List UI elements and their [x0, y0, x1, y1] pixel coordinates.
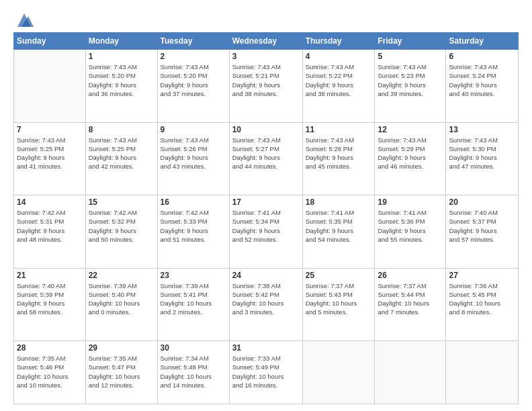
day-info: Sunrise: 7:35 AMSunset: 5:47 PMDaylight:…: [89, 354, 154, 390]
calendar-table: SundayMondayTuesdayWednesdayThursdayFrid…: [13, 32, 519, 404]
calendar-cell: 9Sunrise: 7:43 AMSunset: 5:26 PMDaylight…: [157, 122, 229, 195]
header-row: SundayMondayTuesdayWednesdayThursdayFrid…: [14, 33, 519, 50]
day-number: 20: [449, 197, 515, 207]
calendar-week-row: 28Sunrise: 7:35 AMSunset: 5:46 PMDayligh…: [14, 341, 519, 404]
day-info: Sunrise: 7:37 AMSunset: 5:43 PMDaylight:…: [306, 281, 372, 317]
calendar-header: SundayMondayTuesdayWednesdayThursdayFrid…: [14, 33, 519, 50]
calendar-cell: 11Sunrise: 7:43 AMSunset: 5:28 PMDayligh…: [302, 122, 375, 195]
day-of-week-header: Wednesday: [229, 33, 302, 50]
day-number: 18: [306, 197, 372, 207]
day-number: 31: [232, 343, 300, 353]
calendar-cell: 19Sunrise: 7:41 AMSunset: 5:36 PMDayligh…: [375, 195, 446, 269]
day-info: Sunrise: 7:38 AMSunset: 5:42 PMDaylight:…: [232, 281, 300, 317]
day-number: 24: [232, 271, 300, 280]
calendar-cell: 24Sunrise: 7:38 AMSunset: 5:42 PMDayligh…: [229, 268, 302, 341]
day-number: 12: [378, 125, 443, 134]
day-info: Sunrise: 7:43 AMSunset: 5:21 PMDaylight:…: [232, 62, 300, 98]
day-info: Sunrise: 7:33 AMSunset: 5:49 PMDaylight:…: [232, 354, 300, 390]
day-number: 4: [306, 52, 372, 61]
day-info: Sunrise: 7:34 AMSunset: 5:48 PMDaylight:…: [161, 354, 226, 390]
calendar-cell: 3Sunrise: 7:43 AMSunset: 5:21 PMDaylight…: [229, 50, 302, 123]
calendar-cell: [302, 341, 375, 404]
calendar-cell: 1Sunrise: 7:43 AMSunset: 5:20 PMDaylight…: [85, 50, 157, 123]
day-info: Sunrise: 7:43 AMSunset: 5:30 PMDaylight:…: [449, 136, 515, 171]
day-number: 9: [161, 125, 226, 134]
day-info: Sunrise: 7:41 AMSunset: 5:35 PMDaylight:…: [306, 208, 372, 244]
day-info: Sunrise: 7:40 AMSunset: 5:39 PMDaylight:…: [17, 281, 83, 317]
calendar-cell: 27Sunrise: 7:36 AMSunset: 5:45 PMDayligh…: [446, 268, 519, 341]
calendar-cell: 8Sunrise: 7:43 AMSunset: 5:25 PMDaylight…: [85, 122, 157, 195]
calendar-cell: 6Sunrise: 7:43 AMSunset: 5:24 PMDaylight…: [446, 50, 519, 123]
day-info: Sunrise: 7:43 AMSunset: 5:27 PMDaylight:…: [232, 136, 300, 171]
calendar-week-row: 7Sunrise: 7:43 AMSunset: 5:25 PMDaylight…: [14, 122, 519, 195]
day-info: Sunrise: 7:42 AMSunset: 5:33 PMDaylight:…: [161, 208, 226, 244]
day-number: 29: [89, 343, 154, 353]
day-info: Sunrise: 7:42 AMSunset: 5:32 PMDaylight:…: [89, 208, 154, 244]
day-info: Sunrise: 7:43 AMSunset: 5:22 PMDaylight:…: [306, 62, 372, 98]
calendar-cell: 15Sunrise: 7:42 AMSunset: 5:32 PMDayligh…: [85, 195, 157, 269]
day-number: 11: [306, 125, 372, 134]
calendar-week-row: 21Sunrise: 7:40 AMSunset: 5:39 PMDayligh…: [14, 268, 519, 341]
page: SundayMondayTuesdayWednesdayThursdayFrid…: [0, 0, 532, 411]
day-of-week-header: Monday: [85, 33, 157, 50]
calendar-cell: 28Sunrise: 7:35 AMSunset: 5:46 PMDayligh…: [14, 341, 86, 404]
day-number: 1: [89, 52, 154, 61]
calendar-cell: 13Sunrise: 7:43 AMSunset: 5:30 PMDayligh…: [446, 122, 519, 195]
calendar-cell: 4Sunrise: 7:43 AMSunset: 5:22 PMDaylight…: [302, 50, 375, 123]
day-info: Sunrise: 7:43 AMSunset: 5:23 PMDaylight:…: [378, 62, 443, 98]
day-info: Sunrise: 7:39 AMSunset: 5:40 PMDaylight:…: [89, 281, 154, 317]
day-number: 30: [161, 343, 226, 353]
calendar-cell: 2Sunrise: 7:43 AMSunset: 5:20 PMDaylight…: [157, 50, 229, 123]
day-number: 2: [161, 52, 226, 61]
day-number: 6: [449, 52, 515, 61]
day-number: 16: [161, 197, 226, 207]
day-number: 21: [17, 271, 83, 280]
calendar-week-row: 14Sunrise: 7:42 AMSunset: 5:31 PMDayligh…: [14, 195, 519, 269]
header: [13, 11, 519, 27]
calendar-cell: 18Sunrise: 7:41 AMSunset: 5:35 PMDayligh…: [302, 195, 375, 269]
day-info: Sunrise: 7:43 AMSunset: 5:20 PMDaylight:…: [89, 62, 154, 98]
day-number: 25: [306, 271, 372, 280]
day-number: 23: [161, 271, 226, 280]
day-number: 22: [89, 271, 154, 280]
calendar-cell: [14, 50, 86, 123]
day-number: 27: [449, 271, 515, 280]
day-info: Sunrise: 7:43 AMSunset: 5:25 PMDaylight:…: [17, 136, 83, 171]
calendar-cell: 12Sunrise: 7:43 AMSunset: 5:29 PMDayligh…: [375, 122, 446, 195]
calendar-cell: 25Sunrise: 7:37 AMSunset: 5:43 PMDayligh…: [302, 268, 375, 341]
day-info: Sunrise: 7:43 AMSunset: 5:26 PMDaylight:…: [161, 136, 226, 171]
day-number: 26: [378, 271, 443, 280]
calendar-cell: 22Sunrise: 7:39 AMSunset: 5:40 PMDayligh…: [85, 268, 157, 341]
day-info: Sunrise: 7:43 AMSunset: 5:24 PMDaylight:…: [449, 62, 515, 98]
calendar-cell: [446, 341, 519, 404]
calendar-cell: 10Sunrise: 7:43 AMSunset: 5:27 PMDayligh…: [229, 122, 302, 195]
day-number: 10: [232, 125, 300, 134]
logo: [13, 11, 34, 27]
day-of-week-header: Thursday: [302, 33, 375, 50]
day-number: 14: [17, 197, 83, 207]
calendar-cell: 21Sunrise: 7:40 AMSunset: 5:39 PMDayligh…: [14, 268, 86, 341]
day-info: Sunrise: 7:41 AMSunset: 5:34 PMDaylight:…: [232, 208, 300, 244]
calendar-cell: 30Sunrise: 7:34 AMSunset: 5:48 PMDayligh…: [157, 341, 229, 404]
day-of-week-header: Saturday: [446, 33, 519, 50]
day-number: 13: [449, 125, 515, 134]
logo-icon: [15, 11, 34, 30]
calendar-cell: 14Sunrise: 7:42 AMSunset: 5:31 PMDayligh…: [14, 195, 86, 269]
calendar-cell: [375, 341, 446, 404]
day-info: Sunrise: 7:35 AMSunset: 5:46 PMDaylight:…: [17, 354, 83, 390]
day-number: 19: [378, 197, 443, 207]
calendar-cell: 17Sunrise: 7:41 AMSunset: 5:34 PMDayligh…: [229, 195, 302, 269]
day-info: Sunrise: 7:37 AMSunset: 5:44 PMDaylight:…: [378, 281, 443, 317]
day-info: Sunrise: 7:43 AMSunset: 5:28 PMDaylight:…: [306, 136, 372, 171]
day-number: 3: [232, 52, 300, 61]
calendar-cell: 7Sunrise: 7:43 AMSunset: 5:25 PMDaylight…: [14, 122, 86, 195]
day-of-week-header: Friday: [375, 33, 446, 50]
day-info: Sunrise: 7:39 AMSunset: 5:41 PMDaylight:…: [161, 281, 226, 317]
calendar-cell: 29Sunrise: 7:35 AMSunset: 5:47 PMDayligh…: [85, 341, 157, 404]
calendar-cell: 31Sunrise: 7:33 AMSunset: 5:49 PMDayligh…: [229, 341, 302, 404]
calendar-cell: 20Sunrise: 7:40 AMSunset: 5:37 PMDayligh…: [446, 195, 519, 269]
calendar-cell: 16Sunrise: 7:42 AMSunset: 5:33 PMDayligh…: [157, 195, 229, 269]
day-info: Sunrise: 7:36 AMSunset: 5:45 PMDaylight:…: [449, 281, 515, 317]
day-info: Sunrise: 7:40 AMSunset: 5:37 PMDaylight:…: [449, 208, 515, 244]
calendar-cell: 26Sunrise: 7:37 AMSunset: 5:44 PMDayligh…: [375, 268, 446, 341]
